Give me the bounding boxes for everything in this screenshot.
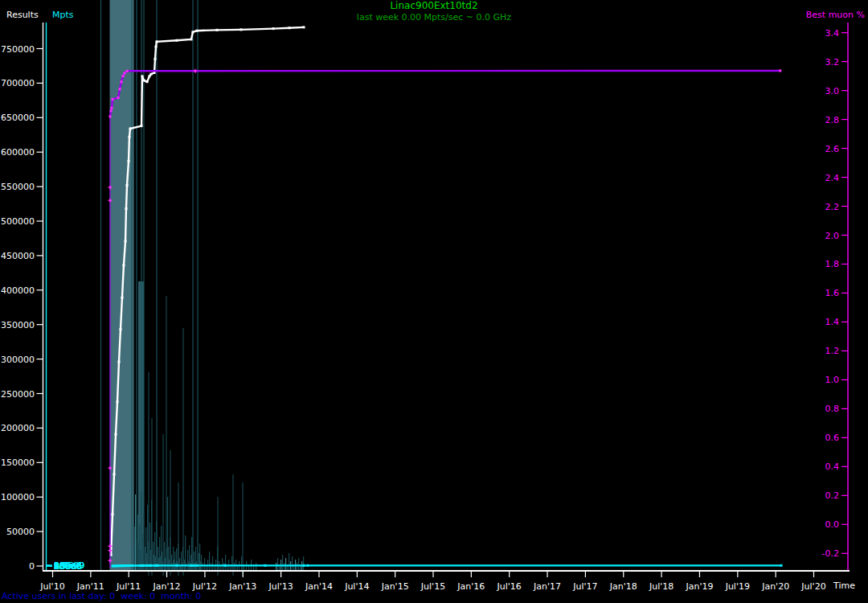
time-tick-label: Jul'13 (268, 581, 293, 592)
series-marker-results (116, 400, 118, 403)
series-marker-results (155, 45, 158, 47)
series-marker-results (128, 136, 130, 138)
time-tick-label: Jan'17 (533, 581, 561, 592)
mpts-tick-label: 1.25e9 (54, 560, 84, 571)
activity-spike (234, 563, 235, 571)
muon-tick-label: 3.0 (825, 86, 840, 96)
muon-tick-label: 3.2 (825, 57, 840, 68)
series-marker-muon (121, 80, 123, 83)
time-tick-label: Jul'10 (39, 581, 64, 592)
activity-spike (151, 500, 152, 571)
series-marker-results (125, 207, 127, 210)
activity-spike (282, 555, 283, 571)
results-tick-label: 700000 (1, 78, 35, 88)
activity-spike (225, 555, 226, 571)
series-marker-results (142, 79, 145, 81)
series-marker-muon (126, 70, 129, 72)
activity-spike (211, 563, 211, 571)
results-tick-label: 600000 (1, 147, 35, 158)
series-marker-results (115, 433, 117, 436)
series-marker-results (126, 184, 129, 187)
activity-spike (212, 556, 213, 571)
muon-tick-label: 1.4 (825, 317, 840, 327)
muon-tick-label: 1.6 (825, 288, 840, 298)
series-marker-results (272, 27, 275, 30)
activity-spike (209, 552, 210, 571)
activity-spike (256, 563, 256, 571)
series-marker-results (154, 58, 156, 60)
time-tick-label: Jul'20 (800, 581, 825, 592)
time-tick-label: Jan'12 (153, 581, 181, 592)
series-marker-mpts (130, 564, 133, 567)
activity-spike (276, 563, 276, 571)
activity-spike (141, 492, 141, 571)
results-tick-label: 400000 (1, 285, 35, 296)
results-tick-label: 250000 (1, 389, 35, 400)
time-tick-label: Jan'19 (685, 581, 713, 592)
activity-spike (143, 513, 144, 571)
series-marker-results (149, 73, 152, 76)
activity-spike (303, 556, 304, 571)
muon-tick-label: 2.0 (825, 231, 840, 241)
activity-spike (182, 547, 183, 571)
series-marker-results (141, 125, 143, 127)
results-tick-label: 550000 (1, 182, 35, 192)
muon-tick-label: 0.6 (825, 433, 840, 443)
series-marker-mpts (190, 564, 192, 567)
results-tick-label: 150000 (1, 457, 35, 468)
series-marker-mpts (307, 564, 309, 567)
series-marker-mpts (142, 564, 145, 567)
series-marker-results (175, 39, 178, 42)
results-tick-label: 500000 (1, 216, 35, 227)
results-tick-label: 0 (29, 561, 35, 572)
series-line-mpts (113, 565, 781, 566)
activity-spike (186, 563, 186, 571)
muon-tick-label: 0.2 (825, 490, 840, 501)
muon-tick-label: 0.0 (825, 519, 840, 530)
time-tick-label: Jul'19 (725, 581, 750, 592)
time-tick-label: Jan'15 (381, 581, 409, 592)
series-marker-mpts (303, 564, 305, 567)
time-tick-label: Jul'18 (649, 581, 674, 592)
plot-area: 0500001000001500002000002500003000003500… (0, 0, 868, 603)
series-line-muon (110, 71, 780, 117)
series-marker-results (191, 31, 194, 33)
time-tick-label: Jan'20 (761, 581, 789, 592)
muon-tick-label: 0.4 (825, 461, 840, 472)
series-marker-muon (123, 72, 125, 75)
muon-tick-label: 2.8 (825, 115, 840, 125)
series-marker-mpts (156, 564, 158, 567)
activity-spike (223, 563, 224, 571)
series-marker-results (303, 26, 305, 28)
results-tick-label: 200000 (1, 423, 35, 433)
series-marker-results (122, 264, 125, 266)
muon-tick-label: -0.2 (822, 548, 839, 559)
time-tick-label: Jan'18 (609, 581, 637, 592)
time-tick-label: Jul'12 (192, 581, 217, 592)
activity-spike (289, 553, 289, 571)
muon-tick-label: 2.4 (825, 173, 840, 183)
time-tick-label: Jan'11 (76, 581, 104, 592)
time-tick-label: Jul'14 (344, 581, 369, 592)
muon-tick-label: 1.8 (825, 259, 840, 269)
activity-spike (217, 547, 218, 571)
muon1-stats-chart: Linac900Ext10td2 last week 0.00 Mpts/sec… (0, 0, 868, 603)
activity-spike (178, 544, 178, 571)
series-marker-results (112, 513, 114, 515)
series-marker-results (240, 28, 242, 31)
series-marker-results (121, 297, 123, 299)
series-marker-mpts (146, 564, 149, 567)
activity-spike (201, 555, 202, 571)
activity-spike (285, 558, 286, 571)
series-marker-muon (779, 69, 781, 72)
activity-spike (204, 558, 205, 571)
series-marker-results (155, 40, 158, 43)
series-marker-results (128, 160, 130, 162)
time-tick-label: Jan'16 (457, 581, 485, 592)
results-tick-label: 100000 (1, 492, 35, 503)
time-tick-label: Jul'11 (116, 581, 141, 592)
results-tick-label: 50000 (6, 527, 35, 537)
series-marker-results (215, 29, 218, 31)
activity-spike (166, 548, 166, 571)
time-tick-label: Jan'13 (228, 581, 256, 592)
